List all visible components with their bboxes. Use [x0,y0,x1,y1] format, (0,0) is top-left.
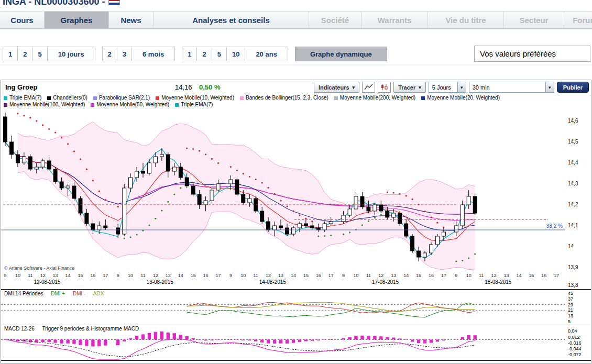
legend-label: Moyenne Mobile(50, Weighted) [96,102,169,107]
legend-item: Moyenne Mobile(20, Weighted) [421,95,500,101]
svg-text:14,2: 14,2 [568,202,578,207]
tab-secteur[interactable]: Secteur [504,12,564,28]
tab-news[interactable]: News [109,12,154,28]
price-chart-svg[interactable]: 38,2 %14,614,514,414,314,214,11413,913,8… [1,108,591,289]
tracer-dropdown-label: Tracer [398,84,415,91]
period-button-2[interactable]: 2 [17,47,32,61]
publish-button-label: Publier [563,84,583,91]
period-button-6-mois[interactable]: 6 mois [131,47,175,61]
svg-text:9: 9 [117,273,119,278]
svg-text:12: 12 [153,273,158,278]
svg-text:13: 13 [391,273,396,278]
legend-color-chip [334,96,338,100]
svg-text:12-08-2015: 12-08-2015 [34,279,61,285]
svg-text:16: 16 [90,273,95,278]
period-button-20-ans[interactable]: 20 ans [245,47,288,61]
svg-text:14: 14 [178,273,183,278]
tab-soci-t-[interactable]: Société [309,12,361,28]
legend-color-chip [421,96,425,100]
svg-text:16: 16 [541,273,546,278]
period-button-1[interactable]: 1 [182,47,197,61]
legend-label: Moyenne Mobile(10, Weighted) [161,95,234,101]
adx-label: ADX [93,291,104,296]
svg-text:11: 11 [254,273,258,278]
legend-item: Triple EMA(7) [175,102,213,107]
svg-text:5: 5 [568,319,571,324]
svg-text:17: 17 [441,273,446,278]
svg-text:13: 13 [503,273,509,278]
svg-text:-0,072: -0,072 [568,352,582,357]
svg-text:38,2 %: 38,2 % [546,223,563,229]
period-button-3[interactable]: 3 [117,47,132,61]
svg-text:16: 16 [203,273,209,278]
indicators-dropdown-label: Indicateurs [319,84,349,91]
legend-label: Parabolique SAR(2,1) [99,95,150,101]
period-button-graphe-dynamique[interactable]: Graphe dynamique [295,47,387,61]
svg-text:11: 11 [479,273,484,278]
favorites-label: Vos valeurs préférées [480,49,556,58]
legend-label: Triple EMA(7) [181,102,213,107]
svg-text:12: 12 [266,273,271,278]
period-groups: 12510 jours236 mois1251020 ansGraphe dyn… [3,47,394,61]
legend-item: Bandes de Bollinger(15, 2,3, Close) [240,95,328,101]
legend-color-chip [47,96,51,100]
period-button-5[interactable]: 5 [212,47,227,61]
svg-text:9: 9 [229,273,232,278]
period-button-2[interactable]: 2 [196,47,212,61]
svg-text:10: 10 [240,273,246,278]
legend-color-chip [93,96,97,100]
candlestick-type-button[interactable] [378,82,391,93]
chevron-down-icon [457,82,466,92]
duration-select-value: 5 Jours [429,84,457,91]
legend-item: Parabolique SAR(2,1) [93,95,150,101]
tab-vie-du-titre[interactable]: Vie du titre [428,12,504,28]
publish-button[interactable]: Publier [557,82,589,93]
svg-text:14: 14 [65,273,71,278]
ticker-line: INGA - NL0000303600 - [3,0,120,9]
duration-select[interactable]: 5 Jours [429,82,466,93]
legend-color-chip [4,96,7,100]
macd-panel-header: MACD 12-26 Trigger 9 periodes & Histogra… [4,326,145,332]
svg-text:10: 10 [466,273,472,278]
tab-cours[interactable]: Cours [0,12,45,28]
period-toolbar: 12510 jours236 mois1251020 ansGraphe dyn… [0,44,592,64]
interval-select[interactable]: 30 min [469,82,554,93]
svg-text:14: 14 [516,273,521,278]
period-button-1[interactable]: 1 [3,47,18,61]
svg-text:11: 11 [28,273,32,278]
svg-text:17: 17 [215,273,221,278]
legend-label: Moyenne Mobile(200, Weighted) [340,95,415,101]
period-button-10[interactable]: 10 [226,47,245,61]
svg-text:9: 9 [342,273,345,278]
favorites-combobox[interactable]: Vos valeurs préférées [474,46,590,62]
svg-text:17-08-2015: 17-08-2015 [372,279,399,285]
svg-text:14,1: 14,1 [568,223,578,228]
svg-text:15: 15 [78,273,83,278]
svg-text:10: 10 [128,273,133,278]
interval-select-value: 30 min [469,84,545,91]
legend-item: Moyenne Mobile(100, Weighted) [4,102,85,107]
tracer-dropdown[interactable]: Tracer [393,82,426,93]
tab-warrants[interactable]: Warrants [361,12,428,28]
line-chart-type-button[interactable] [362,82,375,93]
tab-analyses-et-conseils[interactable]: Analyses et conseils [154,12,309,28]
svg-text:14: 14 [568,244,574,249]
indicators-dropdown[interactable]: Indicateurs [314,82,359,93]
svg-text:© Ariane Software - Axial Fina: © Ariane Software - Axial Finance [4,266,74,271]
svg-text:17: 17 [328,273,334,278]
legend-color-chip [240,96,244,100]
tab-forum[interactable]: Forum [564,12,592,28]
dmi-minus-label: DMI - [73,291,85,296]
svg-text:13: 13 [53,273,58,278]
svg-text:9: 9 [455,273,457,278]
line-chart-icon [364,84,373,91]
tab-graphes[interactable]: Graphes [45,12,109,28]
period-button-2[interactable]: 2 [102,47,117,61]
period-button-5[interactable]: 5 [32,47,47,61]
chevron-down-icon [545,82,554,92]
period-button-10-jours[interactable]: 10 jours [47,47,95,61]
chart-container: Ing Groep 14,16 0,50 % Indicateurs Trace… [1,80,591,364]
svg-text:-0,044: -0,044 [568,346,582,351]
svg-text:15: 15 [416,273,421,278]
dmi-panel: DMI 14 Périodes DMI + DMI - ADX 45372921… [1,289,591,325]
